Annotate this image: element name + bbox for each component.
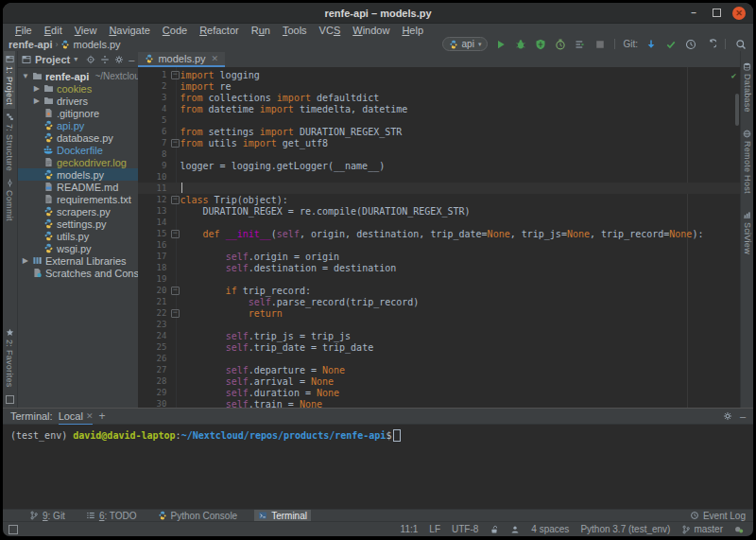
line-number[interactable]: 10 [138, 172, 170, 182]
hide-terminal-icon[interactable]: – [740, 410, 746, 422]
tree-item-scrapers-py[interactable]: scrapers.py [18, 205, 139, 218]
line-number[interactable]: 2 [138, 81, 170, 91]
coverage-button[interactable] [533, 37, 547, 51]
close-terminal-tab-icon[interactable]: ✕ [86, 411, 94, 421]
readonly-toggle[interactable] [490, 525, 499, 534]
tree-item--gitignore[interactable]: .gitignore [18, 107, 139, 119]
line-number[interactable]: 4 [138, 104, 170, 113]
indent-style[interactable]: 4 spaces [531, 524, 569, 534]
tool-window-toggle-icon[interactable] [9, 525, 18, 534]
caret-position[interactable]: 11:1 [401, 524, 419, 534]
line-number[interactable]: 19 [138, 274, 170, 284]
menu-view[interactable]: View [69, 25, 103, 36]
profiler-button[interactable] [553, 37, 567, 51]
vcs-history-button[interactable] [683, 37, 697, 51]
fold-marker-icon[interactable]: – [171, 309, 180, 318]
vcs-commit-button[interactable] [663, 37, 678, 51]
vcs-rollback-button[interactable] [703, 37, 717, 51]
stop-button[interactable] [593, 37, 607, 51]
chevron-right-icon[interactable]: ▶ [33, 84, 41, 93]
python-interpreter[interactable]: Python 3.7 (test_env) [580, 524, 670, 534]
menu-run[interactable]: Run [246, 25, 276, 36]
line-number[interactable]: 9 [138, 161, 170, 170]
tool-window-button-9-git[interactable]: 9: Git [26, 510, 69, 522]
menu-vcs[interactable]: VCS [314, 25, 347, 36]
fold-marker-icon[interactable]: – [171, 139, 180, 148]
line-number[interactable]: 20 [138, 286, 170, 295]
vcs-update-button[interactable] [644, 37, 658, 51]
tree-item-cookies[interactable]: ▶cookies [18, 82, 139, 95]
menu-refactor[interactable]: Refactor [194, 25, 245, 36]
line-number[interactable]: 16 [138, 240, 170, 250]
hide-project-panel-icon[interactable]: – [129, 54, 134, 65]
line-number[interactable]: 12 [138, 195, 170, 204]
chevron-down-icon[interactable]: ▾ [74, 55, 77, 63]
line-number[interactable]: 23 [138, 320, 170, 329]
fold-marker-icon[interactable]: – [171, 71, 180, 79]
tree-item-external-libraries[interactable]: ▶External Libraries [18, 254, 139, 267]
line-number[interactable]: 17 [138, 252, 170, 261]
line-number[interactable]: 15 [138, 229, 170, 238]
line-number[interactable]: 28 [138, 376, 170, 386]
breadcrumb-item-renfe-api[interactable]: renfe-api [9, 39, 52, 50]
tool-stripe-remote-host[interactable]: Remote Host [742, 126, 753, 198]
line-number[interactable]: 1 [138, 70, 170, 79]
tree-item-dockerfile[interactable]: Dockerfile [18, 144, 139, 156]
minimize-button[interactable]: – [687, 7, 700, 20]
line-number[interactable]: 26 [138, 354, 170, 363]
run-config-selector[interactable]: api▾ [442, 37, 489, 51]
menu-edit[interactable]: Edit [39, 25, 68, 36]
line-number[interactable]: 6 [138, 127, 170, 136]
close-button[interactable]: ✕ [732, 7, 746, 20]
menu-window[interactable]: Window [347, 25, 395, 36]
chevron-right-icon[interactable]: ▶ [33, 96, 41, 105]
menu-navigate[interactable]: Navigate [103, 25, 155, 36]
line-number[interactable]: 25 [138, 342, 170, 352]
tool-stripe-1-project[interactable]: 1: Project [4, 51, 15, 109]
file-encoding[interactable]: UTF-8 [452, 524, 478, 534]
line-number[interactable]: 8 [138, 149, 170, 159]
locate-file-button[interactable] [86, 51, 95, 68]
chevron-right-icon[interactable]: ▶ [22, 256, 29, 265]
tab-models-py[interactable]: models.py ✕ [138, 52, 225, 67]
breadcrumb-item-models-py[interactable]: models.py [60, 39, 120, 50]
line-number[interactable]: 29 [138, 388, 170, 397]
line-separator[interactable]: LF [429, 524, 440, 534]
notifications-widget[interactable] [734, 525, 744, 534]
line-number[interactable]: 7 [138, 138, 170, 148]
line-number[interactable]: 13 [138, 206, 170, 216]
tool-stripe-2-favorites[interactable]: 2: Favorites [4, 324, 15, 392]
menu-file[interactable]: File [9, 25, 38, 36]
tree-item-utils-py[interactable]: utils.py [18, 230, 139, 242]
search-everywhere-button[interactable] [733, 37, 747, 51]
menu-code[interactable]: Code [157, 25, 193, 36]
terminal-settings-gear-icon[interactable] [723, 411, 732, 421]
project-settings-gear[interactable] [114, 51, 124, 68]
tree-item-renfe-api[interactable]: ▼renfe-api~/Nextcloud/rep [18, 70, 139, 82]
code-editor[interactable]: ✔ 1–import logging2import re3from collec… [138, 67, 740, 408]
tree-item-api-py[interactable]: api.py [18, 119, 139, 131]
git-branch-widget[interactable]: master [681, 524, 723, 534]
line-number[interactable]: 27 [138, 365, 170, 375]
tree-item-drivers[interactable]: ▶drivers [18, 95, 139, 107]
line-number[interactable]: 22 [138, 308, 170, 318]
line-number[interactable]: 24 [138, 331, 170, 340]
fold-marker-icon[interactable]: – [171, 287, 180, 295]
tree-item-geckodriver-log[interactable]: geckodriver.log [18, 156, 139, 168]
line-number[interactable]: 11 [138, 183, 170, 193]
debug-button[interactable] [513, 37, 527, 51]
terminal-tab-local[interactable]: Local ✕ [59, 409, 94, 425]
line-number[interactable]: 14 [138, 218, 170, 227]
tree-item-settings-py[interactable]: settings.py [18, 218, 139, 230]
close-tab-icon[interactable]: ✕ [212, 54, 219, 63]
line-number[interactable]: 18 [138, 263, 170, 272]
collapse-all-button[interactable] [100, 51, 110, 68]
tool-stripe-sciview[interactable]: SciView [742, 207, 753, 258]
tree-item-wsgi-py[interactable]: wsgi.py [18, 242, 139, 254]
line-number[interactable]: 30 [138, 399, 170, 408]
line-number[interactable]: 5 [138, 115, 170, 125]
line-number[interactable]: 21 [138, 297, 170, 306]
fold-marker-icon[interactable]: – [171, 230, 180, 238]
new-terminal-tab-button[interactable]: + [98, 409, 105, 423]
tool-stripe-database[interactable]: Database [742, 59, 753, 116]
